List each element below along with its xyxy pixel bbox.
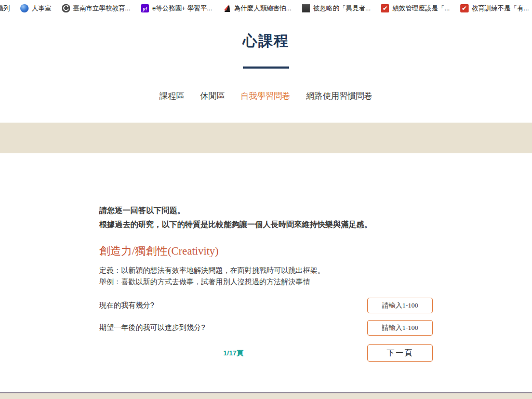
bookmark-item[interactable]: 人事室 [15, 1, 57, 16]
intro-line-1: 請您逐一回答以下問題。 [99, 203, 433, 217]
bookmark-label: 績效管理應該是「... [392, 4, 449, 13]
bookmark-item[interactable]: 為什麼人類總害怕... [218, 1, 297, 16]
bookmarks-bar: 議列 人事室 臺南市立學校教育... y! e等公務園+ 學習平... [0, 0, 532, 17]
expected-score-input[interactable] [367, 320, 433, 336]
page: 議列 人事室 臺南市立學校教育... y! e等公務園+ 學習平... [0, 0, 532, 399]
title-underline [243, 66, 289, 69]
bookmark-item[interactable]: ✔ 績效管理應該是「... [376, 1, 455, 16]
current-score-input[interactable] [367, 298, 433, 313]
flag-icon [223, 4, 231, 12]
bookmark-item[interactable]: 臺南市立學校教育... [57, 1, 136, 16]
question-row-current: 現在的我有幾分? [99, 298, 433, 313]
trait-heading: 創造力/獨創性(Creativity) [99, 244, 433, 258]
site-header: 心課程 [0, 31, 532, 69]
nav-item-courses[interactable]: 課程區 [159, 91, 184, 102]
trait-example: 舉例：喜歡以新的方式去做事，試著用別人沒想過的方法解決事情 [99, 276, 433, 287]
question-row-expected: 期望一年後的我可以進步到幾分? [99, 320, 433, 336]
bookmark-label: 臺南市立學校教育... [73, 4, 130, 13]
current-score-label: 現在的我有幾分? [99, 301, 154, 310]
bookmark-item[interactable]: ✔ 教育訓練不是「有... [455, 1, 532, 16]
globe-icon [20, 4, 29, 12]
nav-item-self-learning-survey[interactable]: 自我學習問卷 [241, 91, 290, 102]
circle-arrow-icon [62, 4, 70, 12]
nav-item-leisure[interactable]: 休閒區 [200, 91, 225, 102]
indicator-zone: 1/17頁 [99, 349, 367, 358]
next-page-button[interactable]: 下一頁 [367, 344, 433, 362]
bookmark-item[interactable]: y! e等公務園+ 學習平... [136, 1, 218, 16]
checkbox-icon: ✔ [381, 4, 389, 12]
main-nav: 課程區 休閒區 自我學習問卷 網路使用習慣問卷 [0, 91, 532, 102]
banner-band [0, 123, 532, 153]
bookmark-item[interactable]: 被忽略的「異見者... [297, 1, 376, 16]
bookmark-label: 教育訓練不是「有... [472, 4, 529, 13]
bookmark-label: 人事室 [32, 4, 51, 13]
survey-content: 請您逐一回答以下問題。 根據過去的研究，以下的特質是比較能夠讓一個人長時間來維持… [99, 153, 433, 362]
book-icon [302, 4, 310, 12]
bookmark-label: e等公務園+ 學習平... [152, 4, 212, 13]
bookmark-label: 議列 [0, 4, 10, 13]
bookmark-item[interactable]: 議列 [0, 1, 15, 16]
nav-item-internet-habit-survey[interactable]: 網路使用習慣問卷 [306, 91, 373, 102]
trait-definition: 定義：以新穎的想法有效率地解決問題，在面對挑戰時可以跳出框架。 [99, 264, 433, 276]
bottom-strip [0, 392, 532, 399]
expected-score-label: 期望一年後的我可以進步到幾分? [99, 323, 205, 332]
intro-line-2: 根據過去的研究，以下的特質是比較能夠讓一個人長時間來維持快樂與滿足感。 [99, 217, 433, 231]
page-indicator: 1/17頁 [223, 349, 243, 358]
bookmark-label: 為什麼人類總害怕... [234, 4, 291, 13]
yahoo-icon: y! [141, 4, 149, 12]
page-title: 心課程 [0, 31, 532, 51]
survey-footer-row: 1/17頁 下一頁 [99, 344, 433, 362]
checkbox-icon: ✔ [460, 4, 469, 12]
bookmark-label: 被忽略的「異見者... [313, 4, 370, 13]
